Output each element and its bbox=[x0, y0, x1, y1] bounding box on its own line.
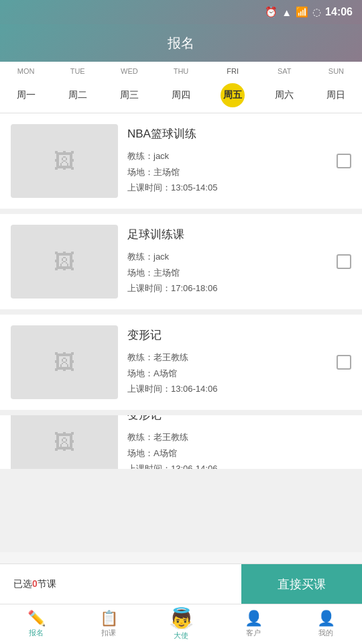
course-detail: 教练：老王教练 场地：A场馆 上课时间：13:06-14:06 bbox=[127, 429, 351, 469]
day-eng-mon[interactable]: MON bbox=[0, 67, 52, 75]
image-placeholder-icon: 🖼 bbox=[54, 350, 75, 375]
clock-display: 14:06 bbox=[325, 6, 353, 18]
status-bar: ⏰ ▲ 📶 ◌ 14:06 bbox=[0, 0, 362, 24]
day-cn-周一[interactable]: 周一 bbox=[0, 83, 52, 110]
course-name: 变形记 bbox=[127, 415, 351, 423]
page-title: 报名 bbox=[168, 34, 194, 52]
tab-bar: ✏️报名📋扣课👼大使👤客户👤我的 bbox=[0, 604, 362, 644]
扣课-icon: 📋 bbox=[100, 611, 118, 626]
day-cn-周六[interactable]: 周六 bbox=[259, 83, 310, 110]
day-cn-label: 周二 bbox=[66, 83, 90, 107]
tab-label: 我的 bbox=[318, 628, 333, 638]
course-venue: 场地：主场馆 bbox=[127, 167, 180, 177]
course-name: 足球训练课 bbox=[127, 227, 327, 242]
day-eng-label: THU bbox=[174, 67, 189, 75]
course-coach: 教练：jack bbox=[127, 151, 169, 161]
course-item: 🖼NBA篮球训练教练：jack 场地：主场馆 上课时间：13:05-14:05 bbox=[0, 113, 362, 209]
day-eng-wed[interactable]: WED bbox=[103, 67, 155, 75]
大使-icon: 👼 bbox=[169, 608, 194, 629]
course-thumbnail: 🖼 bbox=[11, 225, 118, 299]
course-info: NBA篮球训练教练：jack 场地：主场馆 上课时间：13:05-14:05 bbox=[127, 126, 327, 195]
image-placeholder-icon: 🖼 bbox=[54, 250, 75, 274]
客户-icon: 👤 bbox=[245, 611, 263, 626]
course-detail: 教练：老王教练 场地：A场馆 上课时间：13:06-14:06 bbox=[127, 350, 327, 396]
course-checkbox[interactable] bbox=[337, 355, 351, 370]
course-checkbox[interactable] bbox=[337, 254, 351, 269]
course-venue: 场地：A场馆 bbox=[127, 368, 177, 378]
tab-item-大使[interactable]: 👼大使 bbox=[145, 608, 217, 641]
selected-text: 已选 bbox=[13, 578, 32, 589]
course-checkbox[interactable] bbox=[337, 154, 351, 168]
day-cn-label: 周一 bbox=[14, 83, 38, 107]
bottom-action-bar: 已选0节课 直接买课 bbox=[0, 564, 362, 604]
tab-label: 大使 bbox=[174, 631, 188, 641]
day-eng-thu[interactable]: THU bbox=[155, 67, 206, 75]
tab-label: 扣课 bbox=[101, 628, 116, 638]
报名-icon: ✏️ bbox=[27, 611, 46, 626]
day-eng-sun[interactable]: SUN bbox=[310, 67, 362, 75]
day-cn-周三[interactable]: 周三 bbox=[103, 83, 155, 110]
app-header: 报名 bbox=[0, 24, 362, 62]
day-cn-周四[interactable]: 周四 bbox=[155, 83, 206, 110]
day-cn-周日[interactable]: 周日 bbox=[310, 83, 362, 110]
tab-item-我的[interactable]: 👤我的 bbox=[290, 611, 362, 638]
image-placeholder-icon: 🖼 bbox=[54, 430, 75, 455]
day-cn-label: 周四 bbox=[169, 83, 193, 107]
selected-count: 0 bbox=[32, 578, 38, 589]
course-item: 🖼变形记教练：老王教练 场地：A场馆 上课时间：13:06-14:06 bbox=[0, 415, 362, 469]
course-name: 变形记 bbox=[127, 327, 327, 343]
day-cn-label: 周五 bbox=[221, 83, 245, 107]
day-row-eng: MONTUEWEDTHUFRISATSUN bbox=[0, 62, 362, 78]
course-time: 上课时间：17:06-18:06 bbox=[127, 283, 217, 293]
course-thumbnail: 🖼 bbox=[11, 325, 118, 399]
course-info: 变形记教练：老王教练 场地：A场馆 上课时间：13:06-14:06 bbox=[127, 415, 351, 469]
course-coach: 教练：老王教练 bbox=[127, 432, 188, 442]
day-eng-label: TUE bbox=[70, 67, 85, 75]
image-placeholder-icon: 🖼 bbox=[54, 149, 75, 174]
course-venue: 场地：A场馆 bbox=[127, 448, 177, 458]
day-cn-label: 周日 bbox=[324, 83, 348, 107]
course-time: 上课时间：13:06-14:06 bbox=[127, 464, 217, 469]
buy-button[interactable]: 直接买课 bbox=[241, 564, 362, 604]
day-eng-label: MON bbox=[17, 67, 35, 75]
course-venue: 场地：主场馆 bbox=[127, 268, 180, 278]
day-row-cn: 周一周二周三周四周五周六周日 bbox=[0, 78, 362, 113]
day-cn-周五[interactable]: 周五 bbox=[207, 83, 259, 110]
course-coach: 教练：jack bbox=[127, 252, 169, 262]
course-item: 🖼足球训练课教练：jack 场地：主场馆 上课时间：17:06-18:06 bbox=[0, 214, 362, 309]
day-eng-sat[interactable]: SAT bbox=[259, 67, 310, 75]
day-eng-label: SAT bbox=[278, 67, 292, 75]
day-eng-fri[interactable]: FRI bbox=[207, 67, 259, 75]
tab-label: 报名 bbox=[29, 628, 44, 638]
wifi-icon: ▲ bbox=[282, 7, 292, 18]
course-coach: 教练：老王教练 bbox=[127, 352, 188, 362]
status-icons: ⏰ ▲ 📶 ◌ bbox=[265, 6, 321, 18]
signal-icon: 📶 bbox=[296, 6, 308, 18]
day-cn-label: 周六 bbox=[272, 83, 296, 107]
day-eng-label: SUN bbox=[328, 67, 344, 75]
tab-item-客户[interactable]: 👤客户 bbox=[217, 611, 290, 638]
course-item: 🖼变形记教练：老王教练 场地：A场馆 上课时间：13:06-14:06 bbox=[0, 315, 362, 410]
day-cn-周二[interactable]: 周二 bbox=[52, 83, 103, 110]
day-eng-label: WED bbox=[121, 67, 138, 75]
我的-icon: 👤 bbox=[317, 611, 335, 626]
day-cn-label: 周三 bbox=[117, 83, 141, 107]
tab-item-扣课[interactable]: 📋扣课 bbox=[72, 611, 145, 638]
course-thumbnail: 🖼 bbox=[11, 124, 118, 198]
battery-icon: ◌ bbox=[312, 6, 321, 18]
day-eng-label: FRI bbox=[227, 67, 239, 75]
course-thumbnail: 🖼 bbox=[11, 415, 118, 469]
course-list: 🖼NBA篮球训练教练：jack 场地：主场馆 上课时间：13:05-14:05🖼… bbox=[0, 113, 362, 552]
course-name: NBA篮球训练 bbox=[127, 126, 327, 142]
day-tabs: MONTUEWEDTHUFRISATSUN 周一周二周三周四周五周六周日 bbox=[0, 62, 362, 113]
course-time: 上课时间：13:06-14:06 bbox=[127, 384, 217, 394]
alarm-icon: ⏰ bbox=[265, 6, 278, 18]
course-detail: 教练：jack 场地：主场馆 上课时间：13:05-14:05 bbox=[127, 148, 327, 195]
course-info: 变形记教练：老王教练 场地：A场馆 上课时间：13:06-14:06 bbox=[127, 327, 327, 396]
course-info: 足球训练课教练：jack 场地：主场馆 上课时间：17:06-18:06 bbox=[127, 227, 327, 296]
tab-label: 客户 bbox=[246, 628, 261, 638]
selected-info: 已选0节课 bbox=[0, 578, 241, 590]
day-eng-tue[interactable]: TUE bbox=[52, 67, 103, 75]
course-detail: 教练：jack 场地：主场馆 上课时间：17:06-18:06 bbox=[127, 249, 327, 296]
tab-item-报名[interactable]: ✏️报名 bbox=[0, 611, 72, 638]
